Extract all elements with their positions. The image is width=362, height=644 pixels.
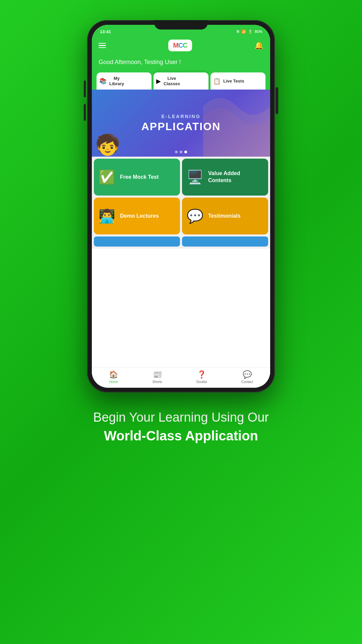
phone-screen: 13:41 R 📶 🔋 91% MCC 🔔 Good Afternoon, Te… (92, 25, 270, 388)
nav-tabs: 📚 MyLibrary ▶ LiveClasses 📋 Live Tests (92, 72, 270, 90)
banner-dots (175, 151, 187, 153)
demo-lectures-label: Demo Lectures (120, 213, 159, 220)
phone-frame: 13:41 R 📶 🔋 91% MCC 🔔 Good Afternoon, Te… (87, 20, 275, 392)
banner-content: E-LEARNING APPLICATION (141, 114, 221, 133)
feature-demo-lectures[interactable]: 👨‍💻 Demo Lectures (94, 198, 180, 234)
value-added-contents-label: Value Added Contents (208, 170, 263, 184)
nav-contact-label: Contact (241, 380, 253, 384)
signal-icon: R (237, 30, 239, 34)
tab-live-tests-label: Live Tests (223, 78, 244, 84)
greeting-section: Good Afternoon, Testing User ! (92, 56, 270, 72)
free-mock-test-label: Free Mock Test (120, 174, 159, 181)
banner-figure: 🧒 (95, 133, 120, 157)
dot-3 (184, 151, 187, 153)
status-icons: R 📶 🔋 91% (237, 30, 262, 34)
nav-home[interactable]: 🏠 Home (109, 370, 118, 384)
notification-bell-icon[interactable]: 🔔 (254, 41, 263, 50)
shorts-icon: 📰 (153, 370, 162, 379)
status-bar: 13:41 R 📶 🔋 91% (92, 25, 270, 37)
nav-doubts[interactable]: ❓ Doubts (196, 370, 207, 384)
battery-text: 91% (255, 30, 262, 34)
tab-my-library[interactable]: 📚 MyLibrary (97, 72, 152, 90)
feature-value-added-contents[interactable]: 🖥️ Value Added Contents (182, 159, 268, 196)
tagline-line1: Begin Your Learning Using Our (93, 409, 269, 426)
nav-doubts-label: Doubts (196, 380, 207, 384)
app-header: MCC 🔔 (92, 37, 270, 56)
dot-1 (175, 151, 178, 153)
banner-section: 🧒 E-LEARNING APPLICATION (92, 90, 270, 157)
contact-icon: 💬 (243, 370, 252, 379)
dot-2 (180, 151, 182, 153)
live-tests-icon: 📋 (213, 77, 221, 85)
nav-contact[interactable]: 💬 Contact (241, 370, 253, 384)
tab-live-tests[interactable]: 📋 Live Tests (210, 72, 265, 90)
bottom-partial-row (92, 236, 270, 249)
banner-subtitle: E-LEARNING (141, 114, 221, 119)
status-time: 13:41 (100, 29, 111, 34)
hamburger-menu[interactable] (99, 43, 106, 48)
live-classes-icon: ▶ (156, 77, 161, 85)
demo-lectures-icon: 👨‍💻 (99, 208, 115, 224)
tab-live-classes-label: LiveClasses (164, 76, 180, 86)
battery-icon: 🔋 (248, 30, 253, 34)
value-added-contents-icon: 🖥️ (187, 169, 203, 185)
library-icon: 📚 (99, 77, 107, 85)
feature-free-mock-test[interactable]: ✅ Free Mock Test (94, 159, 180, 196)
nav-shorts[interactable]: 📰 Shorts (153, 370, 162, 384)
banner-title: APPLICATION (141, 120, 221, 133)
network-icon: 📶 (241, 30, 246, 34)
bottom-nav: 🏠 Home 📰 Shorts ❓ Doubts 💬 Contact (92, 367, 270, 388)
free-mock-test-icon: ✅ (99, 169, 115, 185)
partial-card-1 (94, 236, 180, 247)
features-grid: ✅ Free Mock Test 🖥️ Value Added Contents… (92, 157, 270, 236)
testimonials-icon: 💬 (187, 208, 203, 224)
nav-shorts-label: Shorts (153, 380, 162, 384)
testimonials-label: Testimonials (208, 213, 241, 220)
tagline-line2: World-Class Application (93, 428, 269, 444)
feature-testimonials[interactable]: 💬 Testimonials (182, 198, 268, 234)
app-logo: MCC (168, 40, 192, 51)
greeting-text: Good Afternoon, Testing User ! (99, 59, 263, 66)
tagline-section: Begin Your Learning Using Our World-Clas… (73, 409, 289, 444)
home-icon: 🏠 (109, 370, 118, 379)
logo-text: MCC (173, 42, 187, 49)
nav-home-label: Home (109, 380, 118, 384)
tab-live-classes[interactable]: ▶ LiveClasses (154, 72, 208, 90)
partial-card-2 (182, 236, 268, 247)
tab-my-library-label: MyLibrary (109, 76, 124, 86)
doubts-icon: ❓ (197, 370, 206, 379)
